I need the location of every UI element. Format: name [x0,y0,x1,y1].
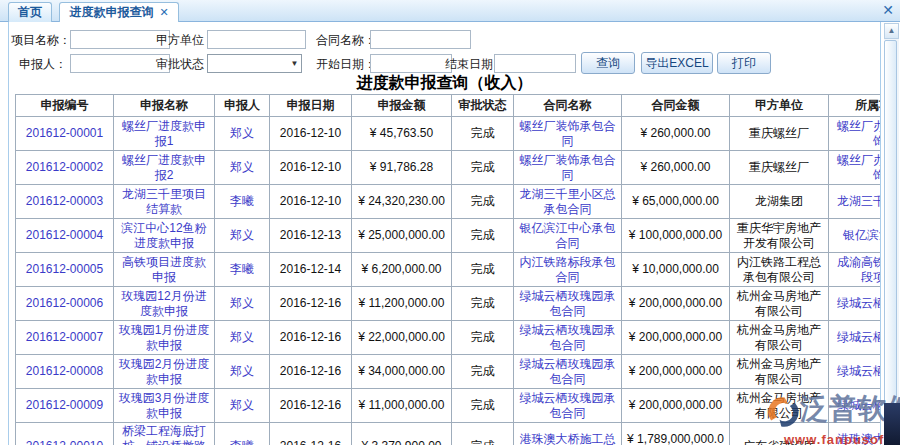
start-date-label: 开始日期： [316,54,367,74]
table-row: 201612-00005高铁项目进度款申报李曦2016-12-14¥ 6,200… [16,253,882,287]
project-name-label: 项目名称： [11,30,67,50]
cell-amount: ¥ 25,000,000.00 [352,219,452,253]
cell-amount: ¥ 22,000,000.00 [352,321,452,355]
cell-applicant[interactable]: 郑义 [215,321,270,355]
cell-name[interactable]: 玫瑰园3月份进度款申报 [114,389,215,423]
cell-project[interactable]: 港珠澳大桥施工总承包项目 [829,423,882,445]
cell-project[interactable]: 龙湖三千里小区 [829,185,882,219]
cell-project[interactable]: 绿城云栖玫瑰园 [829,287,882,321]
party-a-input[interactable] [207,30,306,49]
cell-party_a: 广东省建设厅 [730,423,829,445]
cell-party_a: 重庆螺丝厂 [730,151,829,185]
tab-home[interactable]: 首页 [8,2,52,22]
cell-applicant[interactable]: 李曦 [215,185,270,219]
cell-contract[interactable]: 绿城云栖玫瑰园承包合同 [514,355,622,389]
table-row: 201612-00007玫瑰园1月份进度款申报郑义2016-12-16¥ 22,… [16,321,882,355]
cell-status: 完成 [452,253,514,287]
cell-applicant[interactable]: 郑义 [215,151,270,185]
cell-id[interactable]: 201612-00001 [16,117,114,151]
field-party-a: 甲方单位： [156,29,306,49]
cell-id[interactable]: 201612-00010 [16,423,114,445]
cell-status: 完成 [452,117,514,151]
cell-status: 完成 [452,219,514,253]
cell-name[interactable]: 龙湖三千里项目结算款 [114,185,215,219]
report-table: 申报编号申报名称申报人申报日期申报金额审批状态合同名称合同金额甲方单位所属项目 … [15,94,881,445]
cell-date: 2016-12-10 [270,185,352,219]
cell-amount: ¥ 34,000,000.00 [352,355,452,389]
cell-id[interactable]: 201612-00009 [16,389,114,423]
cell-amount: ¥ 3,370,900.00 [352,423,452,445]
cell-contract[interactable]: 绿城云栖玫瑰园承包合同 [514,287,622,321]
cell-name[interactable]: 桥梁工程海底打桩、铺设桥墩路面进度款申报 [114,423,215,445]
cell-contract[interactable]: 港珠澳大桥施工总承包合同 [514,423,622,445]
cell-project[interactable]: 绿城云栖玫瑰园 [829,389,882,423]
cell-contract[interactable]: 绿城云栖玫瑰园承包合同 [514,321,622,355]
cell-project[interactable]: 成渝高铁内江标段项目 [829,253,882,287]
start-date-input[interactable] [370,54,452,73]
contract-name-input[interactable] [370,30,471,49]
cell-id[interactable]: 201612-00006 [16,287,114,321]
cell-date: 2016-12-13 [270,219,352,253]
cell-contract[interactable]: 螺丝厂装饰承包合同 [514,151,622,185]
cell-applicant[interactable]: 郑义 [215,219,270,253]
tab-close-icon[interactable]: ✕ [159,6,168,18]
cell-amount: ¥ 11,000,000.00 [352,389,452,423]
cell-name[interactable]: 螺丝厂进度款申报2 [114,151,215,185]
approval-status-select[interactable]: ▼ [207,54,302,73]
end-date-input[interactable] [494,54,576,73]
dropdown-arrow-icon: ▼ [290,59,298,69]
cell-contract[interactable]: 龙湖三千里小区总承包合同 [514,185,622,219]
print-button[interactable]: 打印 [717,52,771,74]
cell-status: 完成 [452,287,514,321]
cell-contract[interactable]: 银亿滨江中心承包合同 [514,219,622,253]
cell-contract[interactable]: 内江铁路标段承包合同 [514,253,622,287]
cell-applicant[interactable]: 郑义 [215,355,270,389]
cell-project[interactable]: 银亿滨江中心 [829,219,882,253]
cell-applicant[interactable]: 李曦 [215,253,270,287]
export-excel-button[interactable]: 导出EXCEL [641,52,713,74]
cell-contract[interactable]: 螺丝厂装饰承包合同 [514,117,622,151]
cell-amount: ¥ 24,320,230.00 [352,185,452,219]
column-header-applicant: 申报人 [215,95,270,117]
cell-id[interactable]: 201612-00004 [16,219,114,253]
cell-id[interactable]: 201612-00003 [16,185,114,219]
scrollbar-thumb[interactable] [884,40,897,412]
cell-applicant[interactable]: 郑义 [215,389,270,423]
window-close-icon[interactable]: ✕ [882,2,894,18]
cell-contract_amount: ¥ 200,000,000.00 [622,389,730,423]
cell-name[interactable]: 高铁项目进度款申报 [114,253,215,287]
cell-id[interactable]: 201612-00005 [16,253,114,287]
tab-progress-payment-query[interactable]: 进度款申报查询✕ [59,2,178,23]
cell-project[interactable]: 绿城云栖玫瑰园 [829,321,882,355]
cell-date: 2016-12-16 [270,355,352,389]
cell-contract_amount: ¥ 1,789,000,000.00 [622,423,730,445]
table-row: 201612-00006玫瑰园12月份进度款申报郑义2016-12-16¥ 11… [16,287,882,321]
vertical-scrollbar[interactable]: ▲ [884,23,899,445]
cell-contract_amount: ¥ 260,000.00 [622,117,730,151]
cell-name[interactable]: 玫瑰园2月份进度款申报 [114,355,215,389]
cell-name[interactable]: 滨江中心12鱼粉进度款申报 [114,219,215,253]
cell-id[interactable]: 201612-00007 [16,321,114,355]
cell-name[interactable]: 玫瑰园12月份进度款申报 [114,287,215,321]
cell-name[interactable]: 玫瑰园1月份进度款申报 [114,321,215,355]
field-approval-status: 审批状态： ▼ [156,53,302,73]
cell-id[interactable]: 201612-00002 [16,151,114,185]
cell-project[interactable]: 绿城云栖玫瑰园 [829,355,882,389]
cell-id[interactable]: 201612-00008 [16,355,114,389]
column-header-status: 审批状态 [452,95,514,117]
tab-home-label: 首页 [18,5,42,19]
cell-applicant[interactable]: 郑义 [215,287,270,321]
cell-name[interactable]: 螺丝厂进度款申报1 [114,117,215,151]
table-row: 201612-00002螺丝厂进度款申报2郑义2016-12-10¥ 91,78… [16,151,882,185]
cell-project[interactable]: 螺丝厂办公室装饰 [829,117,882,151]
cell-amount: ¥ 45,763.50 [352,117,452,151]
scroll-up-icon[interactable]: ▲ [884,23,899,39]
cell-contract[interactable]: 绿城云栖玫瑰园承包合同 [514,389,622,423]
query-button[interactable]: 查询 [581,52,635,74]
cell-contract_amount: ¥ 200,000,000.00 [622,355,730,389]
content-panel: 项目名称： 甲方单位： 合同名称： 申报人： 审批状态： ▼ 开始日期： [8,22,881,445]
cell-project[interactable]: 螺丝厂办公室装饰 [829,151,882,185]
cell-applicant[interactable]: 郑义 [215,117,270,151]
cell-contract_amount: ¥ 260,000.00 [622,151,730,185]
cell-applicant[interactable]: 李曦 [215,423,270,445]
